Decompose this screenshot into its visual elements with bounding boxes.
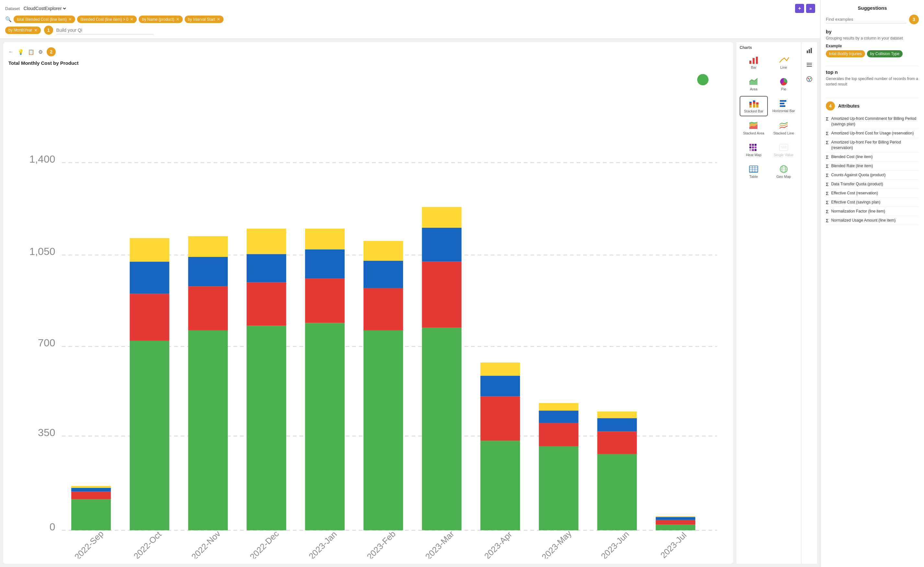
svg-rect-43 <box>422 207 461 228</box>
tag-5[interactable]: by MonthYear ✕ <box>5 27 41 34</box>
find-examples-row: 3 <box>826 15 919 24</box>
svg-rect-25 <box>246 326 286 530</box>
sigma-6: Σ <box>826 182 828 187</box>
query-input[interactable] <box>56 26 154 34</box>
svg-rect-50 <box>539 447 578 530</box>
attr-0[interactable]: Σ Amortized Up-front Commitment for Bill… <box>826 114 919 129</box>
chart-toolbar: ← 💡 📋 ⚙ 2 <box>8 47 728 56</box>
svg-rect-40 <box>422 328 461 530</box>
settings-icon[interactable]: ⚙ <box>38 49 43 55</box>
svg-rect-36 <box>363 288 403 330</box>
attr-7-label: Effective Cost (reservation) <box>831 190 878 196</box>
attr-1[interactable]: Σ Amortized Up-front Cost for Usage (res… <box>826 129 919 138</box>
chart-type-horizontal-bar[interactable]: Horizontal Bar <box>770 96 798 116</box>
back-icon[interactable]: ← <box>8 49 14 55</box>
attr-3-label: Blended Cost (line item) <box>831 154 873 160</box>
tag-2[interactable]: Blended Cost (line item) > 0 ✕ <box>77 15 137 23</box>
suggestion-by: by Grouping results by a column in your … <box>826 29 919 57</box>
attr-2[interactable]: Σ Amortized Up-front Fee for Billing Per… <box>826 138 919 153</box>
sigma-2: Σ <box>826 140 828 145</box>
attr-5[interactable]: Σ Counts Against Quota (product) <box>826 171 919 180</box>
svg-rect-47 <box>480 376 520 397</box>
svg-text:2022-Dec: 2022-Dec <box>248 529 280 559</box>
attr-9[interactable]: Σ Normalization Factor (line item) <box>826 207 919 216</box>
chart-type-stacked-bar[interactable]: Stacked Bar <box>740 96 768 116</box>
attributes-title: Attributes <box>838 104 860 108</box>
chart-type-stacked-line[interactable]: Stacked Line <box>770 118 798 138</box>
svg-rect-45 <box>480 441 520 530</box>
attr-10[interactable]: Σ Normalized Usage Amount (line item) <box>826 216 919 225</box>
attr-6[interactable]: Σ Data Transfer Quota (product) <box>826 180 919 189</box>
horizontal-bar-label: Horizontal Bar <box>772 109 795 113</box>
tag-1-close[interactable]: ✕ <box>68 17 72 22</box>
tag-4-close[interactable]: ✕ <box>217 17 220 22</box>
chart-type-bar[interactable]: Bar <box>740 52 768 72</box>
chart-type-single-value: 123 Single Value <box>770 140 798 160</box>
area-label: Area <box>750 87 758 91</box>
svg-rect-56 <box>597 431 637 454</box>
stacked-line-chart-icon <box>778 121 789 130</box>
chart-area: ← 💡 📋 ⚙ 2 Total Monthly Cost by Product … <box>3 42 733 564</box>
svg-rect-88 <box>749 147 752 148</box>
tag-1-label: total Blended Cost (line item) <box>17 17 67 22</box>
svg-rect-38 <box>363 241 403 261</box>
svg-rect-108 <box>808 49 810 53</box>
bar-chart-side-icon[interactable] <box>804 45 814 56</box>
svg-rect-74 <box>753 104 755 108</box>
top-n-description: Generates the top specified number of re… <box>826 76 919 87</box>
tag-2-close[interactable]: ✕ <box>130 17 134 22</box>
find-examples-input[interactable] <box>826 15 906 23</box>
expand-button[interactable]: » <box>806 4 815 13</box>
bulb-icon[interactable]: 💡 <box>18 49 24 55</box>
svg-rect-75 <box>753 102 755 104</box>
attr-3[interactable]: Σ Blended Cost (line item) <box>826 153 919 162</box>
chart-type-pie[interactable]: Pie <box>770 74 798 94</box>
attr-4[interactable]: Σ Blended Rate (line item) <box>826 162 919 171</box>
search-icon: 🔍 <box>5 16 12 22</box>
attr-7[interactable]: Σ Effective Cost (reservation) <box>826 189 919 198</box>
svg-rect-61 <box>656 520 695 525</box>
svg-rect-96 <box>749 166 758 172</box>
attr-1-label: Amortized Up-front Cost for Usage (reser… <box>831 130 914 136</box>
attr-8-label: Effective Cost (savings plan) <box>831 200 880 205</box>
divider <box>826 66 919 66</box>
chart-type-stacked-area[interactable]: Stacked Area <box>740 118 768 138</box>
example-tag-collision[interactable]: by Collision Type <box>867 50 903 57</box>
line-label: Line <box>780 66 787 69</box>
example-tag-injuries[interactable]: total Bodily Injuries <box>826 50 865 57</box>
svg-rect-55 <box>597 454 637 530</box>
svg-point-113 <box>807 76 812 82</box>
svg-text:700: 700 <box>38 337 55 349</box>
geo-map-chart-icon <box>778 165 789 174</box>
tag-3[interactable]: by Name (product) ✕ <box>139 15 182 23</box>
dataset-select[interactable]: CloudCostExplorer <box>22 6 67 11</box>
svg-rect-110 <box>807 63 812 63</box>
svg-rect-26 <box>246 282 286 326</box>
sigma-3: Σ <box>826 154 828 160</box>
tag-3-close[interactable]: ✕ <box>176 17 180 22</box>
svg-rect-92 <box>752 149 754 151</box>
chart-type-table[interactable]: Table <box>740 162 768 182</box>
tag-5-label: by MonthYear <box>8 28 32 32</box>
svg-rect-91 <box>749 149 752 151</box>
tag-2-label: Blended Cost (line item) > 0 <box>80 17 128 22</box>
tag-5-close[interactable]: ✕ <box>34 28 38 33</box>
chart-type-area[interactable]: Area <box>740 74 768 94</box>
chart-type-geo-map[interactable]: Geo Map <box>770 162 798 182</box>
svg-rect-85 <box>749 144 752 146</box>
copy-icon[interactable]: 📋 <box>28 49 34 55</box>
svg-rect-30 <box>305 323 345 530</box>
attr-8[interactable]: Σ Effective Cost (savings plan) <box>826 198 919 207</box>
svg-rect-67 <box>753 58 754 64</box>
svg-rect-72 <box>749 103 752 105</box>
svg-rect-86 <box>752 144 754 146</box>
tag-4[interactable]: by Interval Start ✕ <box>184 15 224 23</box>
chart-type-panel: Charts Bar Line <box>736 42 801 564</box>
tag-1[interactable]: total Blended Cost (line item) ✕ <box>14 15 75 23</box>
svg-rect-62 <box>656 517 695 520</box>
add-button[interactable]: + <box>795 4 804 13</box>
chart-type-line[interactable]: Line <box>770 52 798 72</box>
chart-type-heat-map[interactable]: Heat Map <box>740 140 768 160</box>
list-side-icon[interactable] <box>804 60 814 70</box>
palette-side-icon[interactable] <box>804 74 814 84</box>
